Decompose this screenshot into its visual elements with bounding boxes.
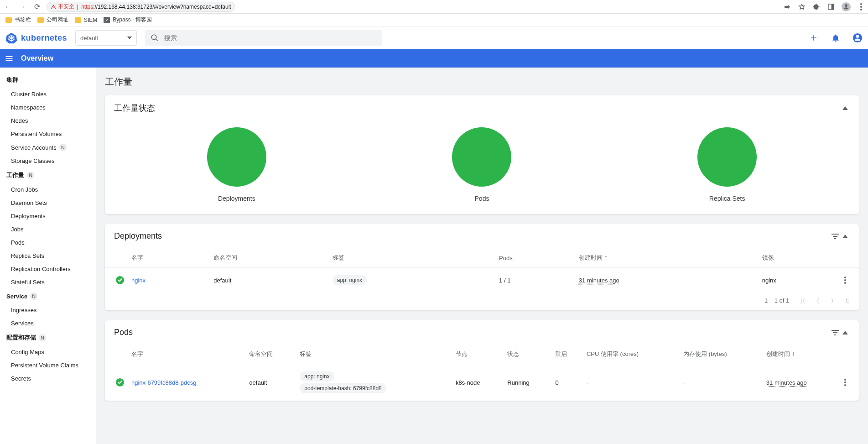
page-prev-button[interactable]: ⟨: [817, 297, 819, 304]
bookmark-folder[interactable]: 公司网址: [37, 16, 68, 24]
col-name[interactable]: 名字: [128, 345, 245, 364]
page-last-button[interactable]: ⟩|: [845, 297, 849, 304]
sidebar-item-pods[interactable]: Pods: [0, 236, 96, 249]
reload-button[interactable]: ⟳: [32, 2, 42, 11]
sidebar-item-jobs[interactable]: Jobs: [0, 223, 96, 236]
search-icon: [151, 34, 159, 42]
col-created[interactable]: 创建时间↑: [575, 248, 759, 268]
sidebar-item-ingresses[interactable]: Ingresses: [0, 303, 96, 317]
sidebar-item-stateful-sets[interactable]: Stateful Sets: [0, 276, 96, 289]
page-first-button[interactable]: |⟨: [801, 297, 805, 304]
table-header-row: 名字 命名空间 标签 节点 状态 重启 CPU 使用率 (cores) 内存使用…: [105, 345, 859, 364]
col-mem[interactable]: 内存使用 (bytes): [680, 345, 763, 364]
col-node[interactable]: 节点: [452, 345, 504, 364]
pie-chart: [452, 127, 511, 187]
create-button[interactable]: [809, 33, 819, 43]
sidebar-group-service[interactable]: ServiceN: [0, 289, 96, 303]
table-row: nginx-6799fc88d8-pdcsg default app: ngin…: [105, 364, 859, 401]
kubernetes-logo[interactable]: kubernetes: [5, 32, 67, 44]
hamburger-button[interactable]: [5, 54, 14, 63]
chevron-up-icon: [842, 106, 848, 110]
bookmark-folder[interactable]: 书签栏: [5, 16, 31, 24]
collapse-button[interactable]: [841, 233, 850, 240]
sidebar-item-config-maps[interactable]: Config Maps: [0, 345, 96, 359]
address-bar[interactable]: 不安全 | https://192.168.44.138:31723/#/ove…: [47, 2, 235, 12]
filter-button[interactable]: [830, 232, 841, 241]
col-images[interactable]: 镜像: [759, 248, 841, 268]
search-input[interactable]: [164, 34, 377, 42]
sidebar-item-persistent-volumes[interactable]: Persistent Volumes: [0, 127, 96, 141]
profile-avatar-icon[interactable]: [842, 2, 851, 11]
cell-node: k8s-node: [452, 364, 504, 401]
collapse-button[interactable]: [841, 104, 850, 112]
sidebar-item-replication-controllers[interactable]: Replication Controllers: [0, 262, 96, 276]
col-namespace[interactable]: 命名空间: [245, 345, 296, 364]
star-icon[interactable]: [798, 3, 806, 11]
bell-icon: [831, 33, 840, 42]
row-menu-button[interactable]: [841, 268, 859, 293]
pagination: 1 – 1 of 1 |⟨ ⟨ ⟩ ⟩|: [105, 293, 859, 310]
col-restarts[interactable]: 重启: [551, 345, 583, 364]
col-labels[interactable]: 标签: [296, 345, 452, 364]
sidebar-item-nodes[interactable]: Nodes: [0, 114, 96, 127]
share-icon[interactable]: [783, 3, 791, 11]
sidebar-group-config[interactable]: 配置和存储N: [0, 330, 96, 345]
sidebar-item-service-accounts[interactable]: Service AccountsN: [0, 141, 96, 154]
forward-button[interactable]: →: [17, 3, 27, 11]
bookmark-link[interactable]: ↗Bypass - 博客园: [104, 16, 152, 24]
sidebar-item-secrets[interactable]: Secrets: [0, 372, 96, 385]
notifications-button[interactable]: [831, 33, 841, 43]
namespace-select[interactable]: default: [75, 30, 137, 46]
sidebar-item-daemon-sets[interactable]: Daemon Sets: [0, 196, 96, 209]
sidebar-group-workload[interactable]: 工作量N: [0, 167, 96, 183]
sidebar-item-cron-jobs[interactable]: Cron Jobs: [0, 183, 96, 196]
sidebar-item-services[interactable]: Services: [0, 317, 96, 330]
deployment-link[interactable]: nginx: [131, 277, 146, 284]
row-menu-button[interactable]: [841, 364, 859, 401]
sidebar-item-replica-sets[interactable]: Replica Sets: [0, 249, 96, 262]
card-workload-status: 工作量状态 Deployments Pods Replica Sets: [105, 95, 859, 214]
namespace-badge: N: [59, 144, 67, 151]
page-next-button[interactable]: ⟩: [831, 297, 833, 304]
col-pods[interactable]: Pods: [495, 248, 575, 268]
sidebar: 集群 Cluster Roles Namespaces Nodes Persis…: [0, 68, 96, 444]
col-cpu[interactable]: CPU 使用率 (cores): [583, 345, 680, 364]
collapse-button[interactable]: [841, 329, 850, 336]
kebab-icon[interactable]: [857, 3, 865, 11]
cell-status: Running: [504, 364, 551, 401]
panel-icon[interactable]: [827, 3, 835, 11]
sidebar-item-cluster-roles[interactable]: Cluster Roles: [0, 88, 96, 101]
extensions-icon[interactable]: [812, 3, 821, 11]
card-title: Deployments: [114, 231, 162, 241]
user-button[interactable]: [852, 33, 863, 43]
cell-pods: 1 / 1: [495, 268, 575, 293]
namespace-badge: N: [27, 172, 34, 179]
search-bar[interactable]: [145, 30, 382, 46]
svg-point-4: [860, 9, 862, 10]
col-labels[interactable]: 标签: [329, 248, 495, 268]
col-created[interactable]: 创建时间↑: [763, 345, 841, 364]
col-namespace[interactable]: 命名空间: [210, 248, 328, 268]
pie-chart: [697, 127, 757, 187]
not-secure-warning: 不安全: [51, 3, 74, 10]
card-pods: Pods 名字 命名空间 标签 节点 状态 重启 CPU: [105, 320, 859, 401]
back-button[interactable]: ←: [3, 3, 13, 11]
sidebar-group-cluster[interactable]: 集群: [0, 72, 96, 88]
sidebar-item-storage-classes[interactable]: Storage Classes: [0, 154, 96, 167]
sidebar-item-deployments[interactable]: Deployments: [0, 209, 96, 223]
col-name[interactable]: 名字: [128, 248, 210, 268]
bookmark-folder[interactable]: SIEM: [75, 17, 97, 23]
sidebar-item-pvc[interactable]: Persistent Volume Claims: [0, 359, 96, 372]
pods-table: 名字 命名空间 标签 节点 状态 重启 CPU 使用率 (cores) 内存使用…: [105, 345, 859, 401]
cell-image: nginx: [759, 268, 841, 293]
card-deployments: Deployments 名字 命名空间 标签 Pods 创建时间↑ 镜像: [105, 224, 859, 310]
col-status[interactable]: 状态: [504, 345, 551, 364]
sidebar-item-namespaces[interactable]: Namespaces: [0, 101, 96, 114]
folder-icon: [37, 17, 44, 23]
cell-restarts: 0: [551, 364, 583, 401]
namespace-value: default: [80, 35, 98, 42]
table-row: nginx default app: nginx 1 / 1 31 minute…: [105, 268, 859, 293]
label-chip: pod-template-hash: 6799fc88d8: [300, 383, 386, 393]
filter-button[interactable]: [830, 328, 841, 337]
pod-link[interactable]: nginx-6799fc88d8-pdcsg: [131, 379, 196, 386]
